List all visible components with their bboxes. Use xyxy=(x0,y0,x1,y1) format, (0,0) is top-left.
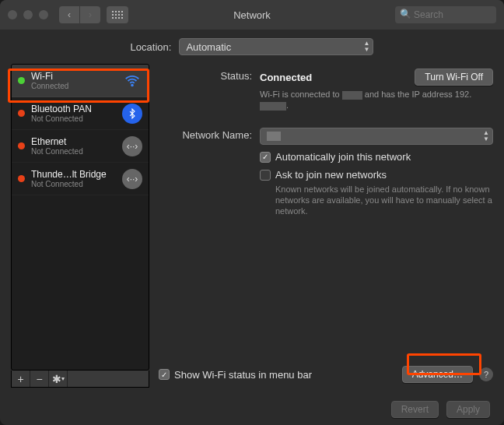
advanced-button[interactable]: Advanced… xyxy=(402,366,473,383)
gear-icon: ✱ xyxy=(52,373,61,385)
sidebar-item-status: Not Connected xyxy=(31,147,116,156)
checkbox-checked-icon xyxy=(260,152,271,163)
turn-wifi-off-button[interactable]: Turn Wi-Fi Off xyxy=(415,68,493,86)
sidebar-item-label: Ethernet xyxy=(31,136,116,147)
sidebar-item-bluetooth[interactable]: Bluetooth PAN Not Connected xyxy=(12,97,149,130)
status-dot-disconnected-icon xyxy=(18,110,25,117)
status-value: Connected xyxy=(260,72,312,83)
location-value: Automatic xyxy=(186,41,231,53)
chevron-down-icon: ▾ xyxy=(61,375,65,382)
redacted-ip xyxy=(260,102,286,111)
sidebar: Wi-Fi Connected Bluetooth PAN Not Connec… xyxy=(11,64,149,388)
thunderbolt-icon: ‹··› xyxy=(122,169,142,189)
redacted-ssid xyxy=(342,91,362,100)
help-button[interactable]: ? xyxy=(479,367,493,381)
sidebar-toolbar: + − ✱▾ xyxy=(11,371,149,388)
titlebar: ‹ › Network 🔍 xyxy=(0,0,504,30)
traffic-lights xyxy=(8,10,48,19)
bluetooth-icon xyxy=(122,104,142,124)
auto-join-checkbox[interactable]: Automatically join this network xyxy=(260,151,493,163)
checkbox-unchecked-icon xyxy=(260,170,271,181)
revert-button[interactable]: Revert xyxy=(391,401,439,418)
wifi-icon xyxy=(122,71,142,91)
sidebar-item-status: Connected xyxy=(31,82,116,90)
location-label: Location: xyxy=(131,41,172,53)
location-row: Location: Automatic ▲▼ xyxy=(0,30,504,64)
grid-icon xyxy=(112,11,123,19)
sidebar-item-thunderbolt[interactable]: Thunde…lt Bridge Not Connected ‹··› xyxy=(12,163,149,195)
location-select[interactable]: Automatic ▲▼ xyxy=(179,38,373,55)
search-icon: 🔍 xyxy=(400,9,411,19)
minimize-window-icon[interactable] xyxy=(23,10,33,19)
show-all-button[interactable] xyxy=(107,6,128,23)
apply-button[interactable]: Apply xyxy=(446,401,490,418)
sidebar-item-status: Not Connected xyxy=(31,180,116,188)
sidebar-item-status: Not Connected xyxy=(31,114,116,123)
chevron-updown-icon: ▲▼ xyxy=(363,40,369,53)
network-name-label: Network Name: xyxy=(159,128,260,145)
back-button[interactable]: ‹ xyxy=(59,6,79,23)
service-actions-button[interactable]: ✱▾ xyxy=(49,371,68,387)
zoom-window-icon[interactable] xyxy=(39,10,48,19)
status-dot-connected-icon xyxy=(18,77,25,84)
sidebar-item-wifi[interactable]: Wi-Fi Connected xyxy=(12,65,149,97)
ask-join-help: Known networks will be joined automatica… xyxy=(275,184,493,216)
nav-buttons: ‹ › xyxy=(59,6,100,23)
forward-button: › xyxy=(80,6,100,23)
add-service-button[interactable]: + xyxy=(12,371,30,387)
sidebar-item-label: Wi-Fi xyxy=(31,71,116,82)
sidebar-item-label: Bluetooth PAN xyxy=(31,104,116,114)
status-dot-disconnected-icon xyxy=(18,175,25,182)
remove-service-button[interactable]: − xyxy=(30,371,49,387)
network-name-select[interactable]: ▲▼ xyxy=(260,128,493,145)
sidebar-item-label: Thunde…lt Bridge xyxy=(31,169,116,180)
status-detail: Wi-Fi is connected to and has the IP add… xyxy=(260,89,493,111)
show-menu-checkbox[interactable]: Show Wi-Fi status in menu bar xyxy=(159,369,312,381)
checkbox-checked-icon xyxy=(159,369,170,380)
status-label: Status: xyxy=(159,68,260,111)
service-list: Wi-Fi Connected Bluetooth PAN Not Connec… xyxy=(11,64,149,371)
footer: Revert Apply xyxy=(0,394,504,425)
ethernet-icon: ‹··› xyxy=(122,136,142,156)
close-window-icon[interactable] xyxy=(8,10,17,19)
redacted-network xyxy=(267,132,281,141)
chevron-updown-icon: ▲▼ xyxy=(483,130,489,142)
ask-join-checkbox[interactable]: Ask to join new networks xyxy=(260,169,493,181)
content: Status: Connected Turn Wi-Fi Off Wi-Fi i… xyxy=(159,64,493,388)
sidebar-item-ethernet[interactable]: Ethernet Not Connected ‹··› xyxy=(12,130,149,163)
svg-point-0 xyxy=(131,84,133,86)
status-dot-disconnected-icon xyxy=(18,142,25,149)
